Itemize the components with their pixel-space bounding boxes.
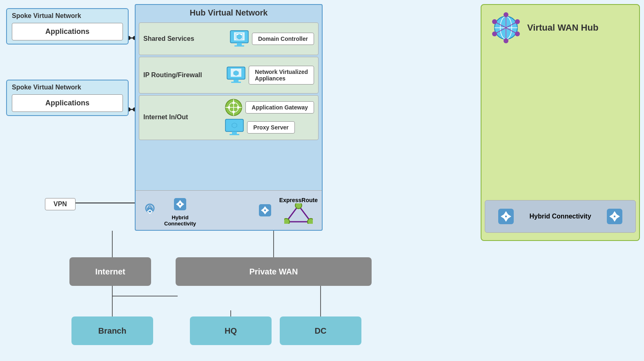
monitor-icon-1 xyxy=(229,30,250,48)
vwan-hybrid-icon-left xyxy=(495,205,517,227)
spoke1-app-box: Applications xyxy=(12,23,123,40)
internet-label: Internet xyxy=(95,267,125,276)
private-wan-box: Private WAN xyxy=(176,257,372,286)
vwan-hub: Virtual WAN Hub Hybrid Connectivity xyxy=(481,4,640,241)
hub-hybrid-row: HybridConnectivity ExpressRoute xyxy=(136,190,322,230)
dc-node: DC xyxy=(280,316,361,345)
svg-point-59 xyxy=(284,218,290,224)
vwan-globe-icon xyxy=(490,11,522,44)
proxy-server-label: Proxy Server xyxy=(253,124,288,131)
vwan-hybrid-label: Hybrid Connectivity xyxy=(529,213,591,220)
hybrid-icon-hub xyxy=(140,200,160,221)
expressroute-label: ExpressRoute xyxy=(279,197,318,203)
dc-label: DC xyxy=(315,326,327,336)
shared-services-label: Shared Services xyxy=(143,35,229,42)
hub-title: Hub Virtual Network xyxy=(136,5,322,21)
svg-rect-47 xyxy=(174,198,186,210)
vwan-title: Virtual WAN Hub xyxy=(527,22,598,33)
vpn-label-box: VPN xyxy=(45,198,76,210)
svg-rect-77 xyxy=(498,209,514,224)
domain-controller-label: Domain Controller xyxy=(258,36,308,42)
svg-point-58 xyxy=(295,203,302,209)
spoke-network-2: Spoke Virtual Network Applications xyxy=(6,80,129,116)
spoke-network-1: Spoke Virtual Network Applications xyxy=(6,8,129,45)
private-wan-label: Private WAN xyxy=(250,267,298,276)
branch-node: Branch xyxy=(71,316,153,345)
nva-label: Network VirtualizedAppliances xyxy=(255,69,308,82)
svg-rect-19 xyxy=(237,43,242,45)
monitor-icon-2 xyxy=(226,66,246,84)
ip-routing-label: IP Routing/Firewall xyxy=(143,71,226,79)
svg-rect-38 xyxy=(230,134,239,135)
proxy-server-item: Proxy Server xyxy=(247,121,294,134)
hq-label: HQ xyxy=(225,326,237,336)
internet-inout-row: Internet In/Out xyxy=(139,95,319,140)
shared-services-row: Shared Services Domain Controller xyxy=(139,22,319,55)
hq-node: HQ xyxy=(190,316,272,345)
svg-rect-82 xyxy=(607,209,622,224)
spoke2-title: Spoke Virtual Network xyxy=(12,84,123,91)
nva-item: Network VirtualizedAppliances xyxy=(249,66,314,85)
app-gateway-label: Application Gateway xyxy=(252,104,308,111)
svg-point-60 xyxy=(308,218,313,224)
spoke2-app-box: Applications xyxy=(12,94,123,112)
hybrid-conn-icon xyxy=(170,194,190,214)
app-gateway-icon xyxy=(224,98,243,117)
svg-rect-52 xyxy=(259,204,271,216)
app-gateway-item: Application Gateway xyxy=(245,101,314,114)
domain-controller-item: Domain Controller xyxy=(252,33,314,45)
internet-inout-label: Internet In/Out xyxy=(143,114,223,121)
vpn-label: VPN xyxy=(53,201,67,207)
monitor-icon-3 xyxy=(224,118,245,136)
hub-network: Hub Virtual Network Shared Services Doma… xyxy=(135,4,323,231)
branch-label: Branch xyxy=(98,326,127,336)
svg-rect-26 xyxy=(231,82,241,83)
svg-rect-25 xyxy=(234,79,238,82)
svg-rect-37 xyxy=(232,131,237,134)
internet-box: Internet xyxy=(69,257,151,286)
vwan-hybrid-icon-right xyxy=(604,205,626,227)
svg-marker-44 xyxy=(148,212,152,214)
expressroute-icon xyxy=(255,200,275,221)
ip-routing-row: IP Routing/Firewall Network VirtualizedA… xyxy=(139,57,319,94)
spoke1-title: Spoke Virtual Network xyxy=(12,12,123,20)
expressroute-triangle xyxy=(284,203,313,224)
hub-hybrid-label: HybridConnectivity xyxy=(164,214,196,227)
svg-rect-20 xyxy=(234,45,244,47)
spoke2-app-label: Applications xyxy=(45,99,89,107)
spoke1-app-label: Applications xyxy=(45,27,89,36)
